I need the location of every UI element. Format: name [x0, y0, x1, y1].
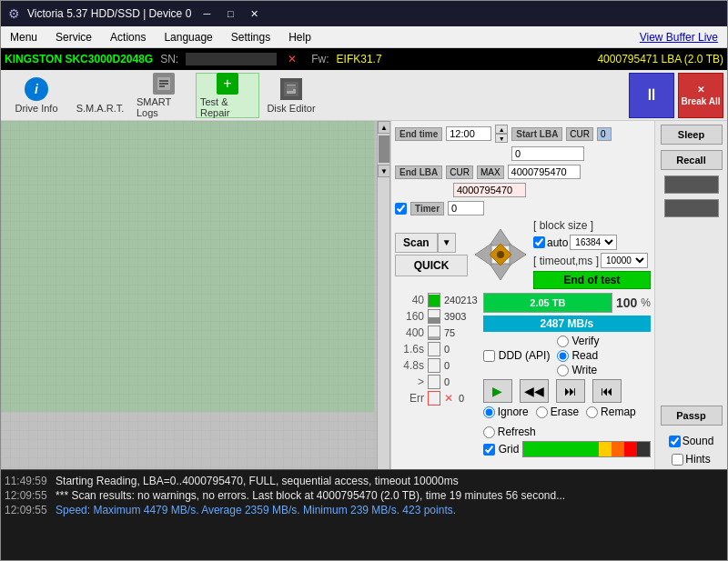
fw-label: Fw:	[311, 53, 329, 65]
close-button[interactable]: ✕	[246, 5, 262, 22]
menu-item-help[interactable]: Help	[279, 29, 320, 45]
stat-val-160: 3903	[444, 311, 466, 322]
auto-checkbox[interactable]	[533, 236, 545, 248]
menu-item-settings[interactable]: Settings	[222, 29, 279, 45]
log-line-3: 12:09:55 Speed: Maximum 4479 MB/s. Avera…	[5, 503, 723, 517]
scroll-thumb[interactable]	[379, 135, 389, 163]
dir-down-btn[interactable]	[488, 265, 513, 284]
menu-item-actions[interactable]: Actions	[101, 29, 155, 45]
auto-label: auto	[547, 236, 568, 249]
ddd-api-label: DDD (API)	[499, 349, 551, 362]
end-lba-max: MAX	[477, 165, 504, 179]
direction-diamond	[471, 225, 530, 284]
stat-label-4.8s: 4.8s	[395, 359, 424, 372]
end-lba-row: End LBA CUR MAX	[395, 165, 651, 179]
log-time-2: 12:09:55	[5, 489, 47, 502]
read-radio[interactable]	[557, 350, 569, 362]
smart-logs-label: SMART Logs	[136, 96, 191, 118]
break-button[interactable]: ✕ Break All	[678, 73, 723, 118]
write-radio[interactable]	[557, 365, 569, 376]
maximize-button[interactable]: □	[222, 5, 238, 22]
menu-item-menu[interactable]: Menu	[1, 29, 46, 45]
hints-label: Hints	[685, 453, 710, 466]
scroll-down-arrow[interactable]: ▼	[378, 165, 390, 177]
stats-and-results: 40 240213 160 3903 400	[395, 293, 651, 457]
stat-row-40: 40 240213	[395, 293, 478, 307]
log-text-3: Speed: Maximum 4479 MB/s. Average 2359 M…	[56, 504, 456, 516]
sound-toggle-row: Sound	[669, 435, 714, 447]
fw-value: EIFK31.7	[337, 53, 382, 65]
menu-item-service[interactable]: Service	[46, 29, 101, 45]
toolbar-drive-info[interactable]: i Drive Info	[5, 73, 68, 118]
window-title: Victoria 5.37 HDD/SSD | Device 0	[27, 7, 191, 20]
log-area[interactable]: 11:49:59 Starting Reading, LBA=0..400079…	[1, 469, 727, 560]
drive-name: KINGSTON SKC3000D2048G	[5, 53, 153, 65]
timer-input[interactable]	[448, 201, 484, 215]
pause-button[interactable]: ⏸	[629, 73, 674, 118]
grid-checkbox[interactable]	[483, 444, 495, 456]
scan-button[interactable]: Scan	[395, 233, 438, 253]
toolbar-test-repair[interactable]: + Test & Repair	[196, 73, 259, 118]
stat-val-40: 240213	[444, 295, 478, 306]
toolbar-smart-logs[interactable]: SMART Logs	[132, 73, 196, 118]
quick-button[interactable]: QUICK	[395, 255, 468, 276]
toolbar-smart[interactable]: S.M.A.R.T.	[68, 73, 132, 118]
play-button[interactable]: ▶	[483, 379, 512, 403]
write-radio-row: Write	[557, 364, 599, 376]
time-spinner: ▲ ▼	[495, 125, 508, 143]
timeout-label: [ timeout,ms ]	[533, 255, 599, 267]
scan-dropdown-btn[interactable]: ▼	[438, 233, 456, 253]
block-size-select[interactable]: 16384	[570, 235, 617, 250]
end-time-label: End time	[395, 127, 442, 141]
ignore-radio[interactable]	[483, 406, 495, 418]
mode-radio-group: Verify Read Write	[557, 335, 599, 376]
stat-row-1.6s: 1.6s 0	[395, 342, 478, 356]
timeout-select[interactable]: 10000	[601, 253, 648, 268]
test-repair-label: Test & Repair	[200, 96, 255, 118]
start-lba-cur: CUR	[566, 127, 593, 141]
menu-item-language[interactable]: Language	[155, 29, 221, 45]
view-buffer-link[interactable]: View Buffer Live	[631, 29, 727, 45]
remap-radio[interactable]	[586, 406, 598, 418]
scan-scrollbar[interactable]: ▲ ▼	[377, 121, 389, 469]
dir-left-btn[interactable]	[471, 242, 490, 267]
ddd-api-checkbox[interactable]	[483, 350, 495, 362]
refresh-radio[interactable]	[483, 426, 495, 438]
erase-radio[interactable]	[536, 406, 548, 418]
mode-options-row: DDD (API) Verify Read	[483, 335, 651, 376]
toolbar: i Drive Info S.M.A.R.T. SMART Logs +	[1, 70, 727, 121]
end-time-input[interactable]: 12:00	[446, 126, 491, 141]
hints-checkbox[interactable]	[672, 454, 683, 466]
time-up-btn[interactable]: ▲	[495, 125, 508, 134]
recall-button[interactable]: Recall	[661, 150, 723, 170]
dir-up-btn[interactable]	[488, 225, 513, 244]
disk-editor-icon	[278, 77, 304, 101]
smart-icon	[87, 77, 113, 101]
cur-lba-input[interactable]	[453, 183, 526, 197]
toolbar-disk-editor[interactable]: Disk Editor	[259, 73, 323, 118]
time-down-btn[interactable]: ▼	[495, 134, 508, 143]
time-lba-row: End time 12:00 ▲ ▼ Start LBA CUR 0	[395, 125, 651, 143]
scroll-up-arrow[interactable]: ▲	[378, 121, 390, 134]
read-label: Read	[571, 349, 598, 362]
stat-label-40: 40	[395, 294, 424, 306]
verify-radio[interactable]	[557, 336, 569, 347]
end-lba-label: End LBA	[395, 165, 442, 179]
rewind-button[interactable]: ◀◀	[520, 379, 549, 403]
dir-right-btn[interactable]	[511, 242, 530, 267]
timer-checkbox[interactable]	[395, 203, 407, 215]
skip-button[interactable]: ⏭	[556, 379, 585, 403]
stat-bar-1.6s	[428, 342, 440, 356]
end-lba-input[interactable]	[508, 165, 581, 179]
verify-radio-row: Verify	[557, 335, 599, 347]
passp-button[interactable]: Passp	[661, 406, 723, 426]
sleep-button[interactable]: Sleep	[661, 125, 723, 145]
end-button[interactable]: ⏮	[592, 379, 622, 403]
drive-close-btn[interactable]: ✕	[288, 53, 297, 65]
minimize-button[interactable]: ─	[198, 5, 215, 22]
block-size-row: [ block size ]	[533, 219, 651, 232]
read-radio-row: Read	[557, 349, 599, 362]
scan-grid	[1, 121, 389, 469]
sound-checkbox[interactable]	[669, 436, 681, 447]
start-lba-input[interactable]	[511, 146, 584, 161]
